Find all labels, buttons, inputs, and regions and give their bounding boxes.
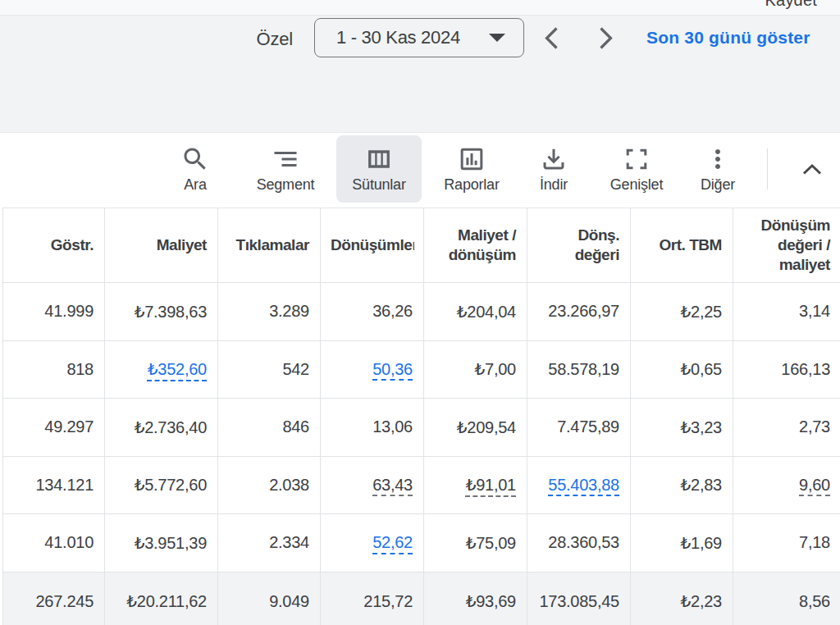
table-cell: 49.297 bbox=[3, 399, 105, 457]
cell-value[interactable]: ₺91,01 bbox=[466, 475, 516, 495]
cell-value: 3,14 bbox=[799, 302, 830, 321]
summary-value: ₺2,23 bbox=[681, 591, 722, 611]
toolbar-divider bbox=[767, 148, 768, 189]
table-cell: 41.999 bbox=[3, 283, 105, 341]
column-header[interactable]: Göstr. bbox=[3, 208, 105, 283]
table-cell: ₺0,65 bbox=[631, 341, 733, 399]
expand-icon bbox=[622, 144, 651, 174]
cell-value: ₺0,65 bbox=[681, 359, 722, 379]
cell-value: 58.578,19 bbox=[548, 360, 619, 379]
column-header[interactable]: Maliyet bbox=[105, 208, 218, 283]
table-cell: 2,73 bbox=[733, 399, 840, 457]
toolbar-button-more-vert[interactable]: Diğer bbox=[675, 135, 760, 203]
table-cell: ₺91,01 bbox=[424, 457, 527, 515]
toolbar-button-segment[interactable]: Segment bbox=[243, 135, 328, 203]
next-period-button[interactable] bbox=[593, 25, 618, 50]
dropdown-caret-icon bbox=[489, 34, 505, 42]
cell-value: ₺2.736,40 bbox=[135, 417, 207, 437]
toolbar-button-label: Segment bbox=[257, 176, 315, 194]
table-cell: 166,13 bbox=[733, 341, 840, 399]
toolbar-button-columns[interactable]: Sütunlar bbox=[336, 135, 422, 203]
google-ads-report-screen: Kaydet Özel 1 - 30 Kas 2024 Son 30 günü … bbox=[0, 0, 840, 625]
column-header[interactable]: Dönş. değeri bbox=[527, 208, 631, 283]
table-cell: 63,43 bbox=[321, 457, 424, 515]
summary-cell: 267.245 bbox=[3, 573, 105, 625]
table-cell: 2.038 bbox=[218, 457, 321, 515]
table-cell: 134.121 bbox=[3, 457, 105, 515]
search-icon bbox=[180, 144, 210, 174]
cell-value: 7,18 bbox=[799, 533, 830, 552]
toolbar-button-label: Ara bbox=[184, 176, 206, 194]
table-cell: 41.010 bbox=[3, 514, 105, 573]
reports-icon bbox=[457, 144, 486, 174]
cell-value: 7.475,89 bbox=[557, 417, 619, 436]
column-header[interactable]: Tıklamalar bbox=[218, 208, 321, 283]
table-cell: 9,60 bbox=[733, 457, 840, 515]
toolbar-button-download[interactable]: İndir bbox=[511, 135, 596, 203]
column-header[interactable]: Dönüşüm değeri / maliyet bbox=[733, 208, 840, 283]
table-cell: 542 bbox=[218, 341, 321, 399]
cell-value[interactable]: ₺352,60 bbox=[148, 359, 207, 379]
cell-value: 23.266,97 bbox=[548, 302, 619, 321]
toolbar-button-reports[interactable]: Raporlar bbox=[429, 135, 514, 203]
date-range-dropdown[interactable]: 1 - 30 Kas 2024 bbox=[314, 18, 524, 57]
cell-value: 542 bbox=[282, 360, 309, 379]
cell-value: 2.334 bbox=[269, 533, 309, 552]
cell-value[interactable]: 50,36 bbox=[372, 360, 413, 379]
collapse-toolbar-button[interactable] bbox=[801, 160, 824, 180]
summary-cell: ₺2,23 bbox=[631, 573, 733, 625]
date-range-band: Özel 1 - 30 Kas 2024 Son 30 günü göster bbox=[0, 16, 840, 133]
summary-value: 173.085,45 bbox=[539, 592, 619, 611]
cell-value: 2,73 bbox=[799, 417, 830, 436]
summary-value: ₺93,69 bbox=[466, 591, 516, 611]
table-cell: 50,36 bbox=[321, 341, 424, 399]
table-toolbar: Ara Segment Sütunlar Raporlar İndir Geni… bbox=[0, 133, 840, 208]
show-last-30-days-link[interactable]: Son 30 günü göster bbox=[646, 28, 810, 48]
cell-value: 166,13 bbox=[781, 360, 830, 379]
table-cell: ₺2,25 bbox=[631, 283, 733, 341]
cell-value: ₺2,83 bbox=[681, 475, 722, 495]
column-header[interactable]: Dönüşümler bbox=[321, 208, 424, 283]
cell-value: 3.289 bbox=[269, 302, 309, 321]
summary-value: 9.049 bbox=[269, 592, 309, 611]
table-cell: ₺5.772,60 bbox=[105, 457, 218, 515]
cell-value[interactable]: 55.403,88 bbox=[548, 476, 619, 495]
table-cell: ₺209,54 bbox=[424, 399, 527, 457]
cell-value[interactable]: 63,43 bbox=[372, 476, 413, 495]
table-cell: 818 bbox=[3, 341, 105, 399]
cell-value: 2.038 bbox=[269, 476, 309, 495]
table-cell: 55.403,88 bbox=[527, 457, 631, 515]
table-cell: 846 bbox=[218, 399, 321, 457]
summary-value: ₺20.211,62 bbox=[126, 591, 207, 611]
summary-cell: ₺93,69 bbox=[424, 573, 527, 625]
columns-icon bbox=[364, 144, 394, 174]
cell-value: 28.360,53 bbox=[548, 533, 619, 552]
table-cell: 7,18 bbox=[733, 514, 840, 573]
cell-value[interactable]: 52,62 bbox=[372, 533, 413, 552]
table-cell: 7.475,89 bbox=[527, 399, 631, 457]
summary-cell: 173.085,45 bbox=[527, 573, 631, 625]
toolbar-button-label: İndir bbox=[540, 176, 568, 194]
table-cell: ₺3,23 bbox=[631, 399, 733, 457]
more-vert-icon bbox=[703, 144, 733, 174]
save-button[interactable]: Kaydet bbox=[765, 0, 817, 10]
cell-value: ₺209,54 bbox=[457, 417, 516, 437]
summary-cell: 215,72 bbox=[321, 573, 424, 625]
column-header[interactable]: Ort. TBM bbox=[631, 208, 733, 283]
column-header[interactable]: Maliyet / dönüşüm bbox=[424, 208, 527, 283]
table-cell: ₺2.736,40 bbox=[105, 399, 218, 457]
table-cell: ₺352,60 bbox=[105, 341, 218, 399]
table-cell: ₺7,00 bbox=[424, 341, 527, 399]
table-cell: 2.334 bbox=[218, 514, 321, 573]
toolbar-button-expand[interactable]: Genişlet bbox=[594, 135, 679, 203]
cell-value[interactable]: 9,60 bbox=[799, 476, 830, 495]
date-range-value: 1 - 30 Kas 2024 bbox=[315, 27, 460, 48]
previous-period-button[interactable] bbox=[540, 25, 564, 50]
table-cell: 3,14 bbox=[733, 283, 840, 341]
table-cell: ₺75,09 bbox=[424, 514, 527, 573]
summary-value: 267.245 bbox=[35, 592, 94, 611]
toolbar-button-search[interactable]: Ara bbox=[153, 135, 238, 203]
segment-icon bbox=[271, 144, 300, 174]
cell-value: 13,06 bbox=[372, 417, 413, 436]
cell-value: 36,26 bbox=[372, 302, 413, 321]
